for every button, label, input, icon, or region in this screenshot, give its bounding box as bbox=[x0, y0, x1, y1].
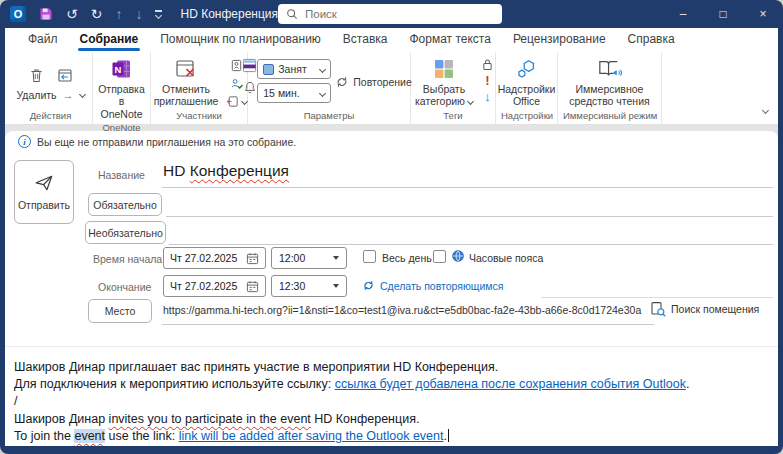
tab-review[interactable]: Рецензирование bbox=[502, 28, 617, 52]
collapse-ribbon-icon[interactable] bbox=[763, 99, 768, 117]
redo-icon[interactable]: ↻ bbox=[91, 7, 103, 21]
tab-insert[interactable]: Вставка bbox=[332, 28, 399, 52]
invite-link-en[interactable]: link will be added after saving the Outl… bbox=[179, 429, 444, 443]
text-cursor bbox=[448, 429, 449, 442]
group-label-attendees: Участники bbox=[154, 109, 244, 124]
addins-label-2: Office bbox=[513, 95, 540, 107]
reminder-select[interactable]: 15 мин. bbox=[257, 83, 331, 103]
title-field-value[interactable]: HD Конференция bbox=[163, 162, 289, 180]
low-importance-icon[interactable]: ↓ bbox=[484, 90, 491, 103]
time-zones-checkbox[interactable] bbox=[433, 250, 446, 263]
make-recurring-link[interactable]: Сделать повторяющимся bbox=[362, 279, 503, 292]
cancel-invitation-button[interactable]: Отменить приглашение bbox=[149, 55, 224, 109]
meeting-form-panel: i Вы еще не отправили приглашения на это… bbox=[5, 131, 778, 446]
immersive-label-2: средство чтения bbox=[569, 95, 649, 107]
categorize-label-2: категорию bbox=[415, 95, 465, 107]
send-to-onenote-button[interactable]: N Отправка в OneNote bbox=[93, 55, 150, 121]
calendar-icon[interactable] bbox=[246, 252, 259, 265]
title-field-label: Название bbox=[98, 169, 145, 181]
response-options-button[interactable] bbox=[226, 95, 247, 108]
end-time-dropdown-icon bbox=[333, 284, 339, 288]
group-addins: Надстройки Office Надстройки bbox=[496, 52, 558, 124]
optional-attendees-button[interactable]: Необязательно bbox=[85, 221, 166, 244]
required-attendees-button[interactable]: Обязательно bbox=[88, 193, 162, 216]
required-field[interactable] bbox=[166, 216, 773, 217]
all-day-label: Весь день bbox=[382, 252, 432, 264]
tab-format-text[interactable]: Формат текста bbox=[398, 28, 501, 52]
tab-file[interactable]: Файл bbox=[17, 28, 69, 52]
window-body: Файл Собрание Помощник по планированию В… bbox=[5, 28, 778, 446]
globe-icon bbox=[451, 249, 465, 263]
tab-scheduling-assistant[interactable]: Помощник по планированию bbox=[149, 28, 332, 52]
room-finder-label: Поиск помещения bbox=[671, 303, 759, 315]
cancel-label-2: приглашение bbox=[154, 95, 219, 107]
body-line-1: Шакиров Динар приглашает вас принять уча… bbox=[14, 359, 766, 376]
calendar-forward-icon[interactable] bbox=[57, 67, 73, 84]
location-button[interactable]: Место bbox=[88, 299, 152, 323]
minimize-button[interactable]: – bbox=[663, 0, 703, 28]
svg-text:N: N bbox=[114, 64, 121, 75]
window-controls: – □ × bbox=[663, 0, 783, 28]
outlook-meeting-window: O ↺ ↻ ↑ ↓ HD Конференция - Собрание – □ … bbox=[0, 0, 783, 454]
search-box[interactable] bbox=[278, 4, 502, 24]
end-time-picker[interactable]: 12:30 bbox=[271, 275, 347, 297]
start-time-picker[interactable]: 12:00 bbox=[271, 247, 347, 269]
group-label-addins: Надстройки bbox=[499, 109, 554, 124]
group-label-tags: Теги bbox=[414, 109, 492, 124]
onenote-icon: N bbox=[111, 58, 133, 80]
show-as-value: Занят bbox=[278, 63, 306, 75]
body-line-4: Шакиров Динар invites you to participate… bbox=[14, 411, 766, 428]
tab-meeting[interactable]: Собрание bbox=[69, 28, 150, 52]
end-date-value: Чт 27.02.2025 bbox=[170, 280, 237, 292]
save-icon[interactable] bbox=[39, 7, 53, 21]
invite-link-ru[interactable]: ссылка будет добавлена после сохранения … bbox=[335, 377, 686, 391]
recurrence-blue-icon bbox=[362, 279, 375, 292]
forward-arrow-icon[interactable]: → bbox=[63, 89, 74, 101]
room-finder-button[interactable]: Поиск помещения bbox=[650, 301, 759, 317]
private-lock-icon[interactable] bbox=[482, 58, 493, 71]
customize-toolbar-icon[interactable] bbox=[155, 10, 162, 17]
move-up-icon[interactable]: ↑ bbox=[115, 7, 122, 21]
addins-label-1: Надстройки bbox=[498, 83, 556, 95]
delete-icon[interactable] bbox=[28, 67, 45, 84]
start-date-picker[interactable]: Чт 27.02.2025 bbox=[163, 247, 266, 269]
reminder-value: 15 мин. bbox=[263, 87, 299, 99]
group-attendees: Отменить приглашение bbox=[151, 52, 248, 124]
all-day-checkbox[interactable] bbox=[363, 250, 376, 263]
ribbon: Удалить → Действия N Отправка в OneNote bbox=[5, 52, 778, 125]
categorize-label-1: Выбрать bbox=[423, 83, 465, 95]
delete-dropdown-icon[interactable] bbox=[79, 91, 86, 98]
tab-help[interactable]: Справка bbox=[617, 28, 686, 52]
categorize-dropdown-icon bbox=[467, 98, 474, 105]
categorize-button[interactable]: Выбрать категорию bbox=[410, 55, 478, 109]
recurrence-icon bbox=[335, 75, 349, 89]
calendar-icon[interactable] bbox=[246, 280, 259, 293]
search-input[interactable] bbox=[305, 8, 475, 20]
close-button[interactable]: × bbox=[743, 0, 783, 28]
location-value[interactable]: https://gamma.hi-tech.org?ii=1&nsti=1&co… bbox=[163, 304, 641, 316]
office-addins-button[interactable]: Надстройки Office bbox=[493, 55, 561, 109]
cancel-meeting-icon bbox=[174, 58, 198, 80]
outlook-logo-icon: O bbox=[10, 6, 26, 22]
immersive-reader-icon bbox=[596, 58, 622, 80]
optional-field[interactable] bbox=[169, 244, 773, 245]
show-as-status-icon bbox=[242, 58, 257, 73]
move-down-icon[interactable]: ↓ bbox=[135, 7, 142, 21]
maximize-button[interactable]: □ bbox=[703, 0, 743, 28]
recurrence-label: Повторение bbox=[353, 76, 411, 88]
infobar: i Вы еще не отправили приглашения на это… bbox=[18, 135, 296, 148]
onenote-label-1: Отправка bbox=[98, 83, 145, 95]
undo-icon[interactable]: ↺ bbox=[66, 7, 78, 21]
group-label-options: Параметры bbox=[251, 109, 407, 124]
time-zones-label: Часовые пояса bbox=[469, 252, 543, 264]
high-importance-icon[interactable]: ! bbox=[485, 74, 489, 87]
delete-label[interactable]: Удалить bbox=[16, 89, 56, 101]
message-body[interactable]: Шакиров Динар приглашает вас принять уча… bbox=[14, 359, 766, 445]
group-options: Занят 15 мин. Повторение bbox=[248, 52, 411, 124]
show-as-select[interactable]: Занят bbox=[257, 59, 331, 79]
immersive-reader-button[interactable]: Иммерсивное средство чтения bbox=[564, 55, 654, 109]
end-date-picker[interactable]: Чт 27.02.2025 bbox=[163, 275, 266, 297]
recurrence-button[interactable]: Повторение bbox=[335, 75, 411, 89]
send-button[interactable]: Отправить bbox=[14, 160, 74, 224]
send-icon bbox=[33, 173, 55, 193]
